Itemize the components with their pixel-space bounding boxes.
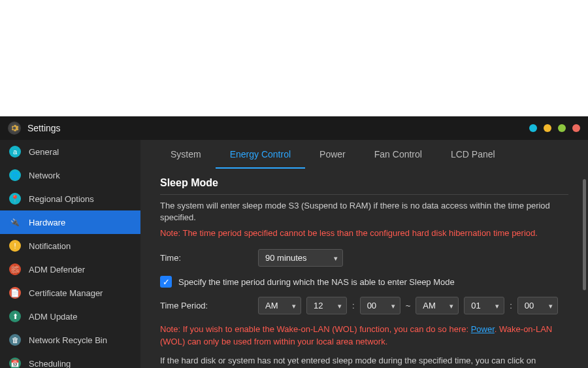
period-label: Time Period: [160, 301, 258, 310]
colon2: : [510, 301, 512, 310]
sidebar-item-label: Hardware [29, 218, 65, 227]
sidebar-item-certificate-manager[interactable]: 📄Certificate Manager [0, 281, 140, 305]
up-icon: ⬆ [9, 310, 21, 322]
tab-bar: SystemEnergy ControlPowerFan ControlLCD … [140, 140, 588, 169]
period-checkbox-label: Specify the time period during which the… [178, 277, 455, 287]
sidebar-item-label: General [29, 147, 59, 157]
time-label: Time: [160, 253, 258, 263]
traffic-dot[interactable] [544, 124, 551, 132]
cert-icon: 📄 [9, 287, 21, 299]
sidebar-item-label: Scheduling [29, 359, 71, 369]
tab-power[interactable]: Power [305, 140, 360, 169]
section-desc: The system will enter sleep mode S3 (Sus… [160, 200, 568, 224]
main-panel: SystemEnergy ControlPowerFan ControlLCD … [140, 140, 588, 368]
sidebar-item-network[interactable]: 🌐Network [0, 163, 140, 187]
window-controls [529, 124, 580, 132]
window-title: Settings [27, 123, 61, 133]
traffic-dot[interactable] [572, 124, 580, 132]
tab-fan-control[interactable]: Fan Control [360, 140, 436, 169]
diagnostic-desc: If the hard disk or system has not yet e… [160, 355, 568, 368]
sidebar-item-label: Network Recycle Bin [29, 335, 107, 345]
colon1: : [352, 301, 355, 310]
sidebar-item-network-recycle-bin[interactable]: 🗑Network Recycle Bin [0, 328, 140, 352]
sidebar-item-label: Certificate Manager [29, 288, 103, 298]
traffic-dot[interactable] [529, 124, 537, 132]
sidebar-item-label: ADM Defender [29, 265, 85, 275]
wall-icon: 🧱 [9, 263, 21, 275]
period-m2[interactable]: 00 [517, 297, 558, 314]
period-h1[interactable]: 12 [306, 297, 347, 314]
globe-icon: 🌐 [9, 169, 21, 181]
tilde: ~ [406, 301, 411, 310]
sidebar-item-adm-defender[interactable]: 🧱ADM Defender [0, 258, 140, 281]
time-select[interactable]: 90 minutes [258, 249, 343, 267]
power-link[interactable]: Power [471, 324, 495, 334]
sidebar: aGeneral🌐Network📍Regional Options🔌Hardwa… [0, 140, 140, 368]
sidebar-item-notification[interactable]: !Notification [0, 234, 140, 258]
traffic-dot[interactable] [558, 124, 566, 132]
section-note1: Note: The time period specified cannot b… [160, 227, 568, 240]
titlebar: Settings [0, 116, 588, 140]
period-ampm1[interactable]: AM [258, 297, 301, 314]
sidebar-item-label: Notification [29, 241, 71, 251]
bin-icon: 🗑 [9, 334, 21, 346]
section-title: Sleep Mode [160, 177, 568, 189]
period-m1[interactable]: 00 [360, 297, 400, 314]
sidebar-item-label: Regional Options [29, 194, 94, 204]
tab-system[interactable]: System [156, 140, 216, 169]
sidebar-item-general[interactable]: aGeneral [0, 140, 140, 163]
a-icon: a [9, 146, 21, 158]
sidebar-item-label: Network [29, 171, 60, 180]
tab-energy-control[interactable]: Energy Control [216, 140, 305, 169]
usb-icon: 🔌 [9, 216, 21, 228]
tab-lcd-panel[interactable]: LCD Panel [436, 140, 510, 169]
!-icon: ! [9, 240, 21, 252]
wol-note: Note: If you wish to enable the Wake-on-… [160, 324, 568, 348]
settings-window: Settings aGeneral🌐Network📍Regional Optio… [0, 116, 588, 368]
sidebar-item-label: ADM Update [29, 312, 77, 322]
period-ampm2[interactable]: AM [416, 297, 459, 314]
period-h2[interactable]: 01 [464, 297, 504, 314]
scrollbar[interactable] [583, 179, 586, 290]
sidebar-item-scheduling[interactable]: 📅Scheduling [0, 352, 140, 368]
sidebar-item-regional-options[interactable]: 📍Regional Options [0, 187, 140, 210]
period-checkbox[interactable]: ✓ [160, 276, 172, 288]
sidebar-item-hardware[interactable]: 🔌Hardware [0, 210, 140, 234]
gear-icon [8, 122, 21, 135]
pin-icon: 📍 [9, 193, 21, 205]
cal-icon: 📅 [9, 358, 21, 368]
sidebar-item-adm-update[interactable]: ⬆ADM Update [0, 305, 140, 328]
